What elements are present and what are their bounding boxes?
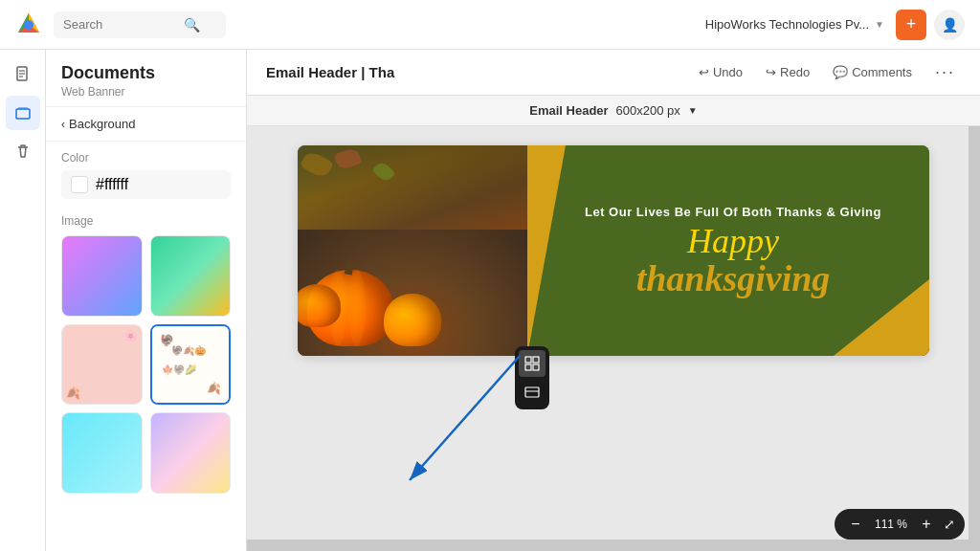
color-picker-row[interactable]: #ffffff [61,170,231,199]
more-options-button[interactable]: ··· [929,58,961,86]
comments-icon: 💬 [833,65,848,79]
topbar-actions: + 👤 [896,10,965,40]
image-label: Image [61,214,231,228]
zoom-in-button[interactable]: + [915,513,938,536]
zoom-expand-button[interactable]: ⤢ [944,517,955,532]
doc-title: Email Header | Tha [266,64,394,80]
banner-happy-text: Happy [566,223,901,261]
sidebar-top: Documents Web Banner [46,50,246,107]
svg-rect-9 [525,364,531,370]
canvas-size-name: Email Header [529,103,608,118]
color-hex-value: #ffffff [96,176,128,193]
sidebar-subtitle: Web Banner [61,85,231,99]
doc-actions: ↩ Undo ↪ Redo 💬 Comments ··· [693,58,961,86]
svg-rect-7 [525,357,531,363]
canvas-dimensions: 600x200 px [616,103,680,118]
app-logo[interactable] [15,11,42,38]
document-icon-btn[interactable] [6,57,40,92]
sidebar-back-button[interactable]: ‹ Background [46,107,246,142]
image-thumb-5[interactable] [61,412,143,494]
image-thumb-6[interactable] [150,412,232,494]
image-thumb-3[interactable] [61,324,143,406]
chevron-down-icon: ▼ [875,19,884,30]
trash-icon-btn[interactable] [6,134,40,168]
avatar-button[interactable]: 👤 [934,10,965,40]
zoom-level-display: 111 % [871,518,911,531]
sidebar: Documents Web Banner ‹ Background Color … [46,50,247,551]
add-button[interactable]: + [896,10,926,40]
search-input[interactable] [63,17,178,32]
canvas-area: Email Header | Tha ↩ Undo ↪ Redo 💬 Comme… [247,50,980,551]
color-label: Color [61,151,231,165]
redo-button[interactable]: ↪ Redo [760,61,815,83]
canvas-viewport[interactable]: Let Our Lives Be Full Of Both Thanks & G… [247,126,980,551]
sidebar-back-label: Background [69,117,135,131]
component-layout-btn[interactable] [519,379,546,406]
canvas-toolbar: Email Header 600x200 px ▼ [247,96,980,126]
svg-rect-6 [18,107,28,109]
image-grid: 🦃🍂🎃 🍁🦃🌽 [46,235,246,494]
search-box[interactable]: 🔍 [54,11,226,38]
banner-canvas: Let Our Lives Be Full Of Both Thanks & G… [298,145,929,356]
color-swatch [71,176,88,193]
back-arrow-icon: ‹ [61,118,65,131]
svg-line-14 [410,356,520,480]
banner-photo [298,145,527,356]
image-thumb-4[interactable]: 🦃🍂🎃 🍁🦃🌽 [150,324,232,406]
zoom-bar: − 111 % + ⤢ [835,509,965,540]
svg-rect-10 [533,364,539,370]
svg-rect-8 [533,357,539,363]
undo-button[interactable]: ↩ Undo [693,61,748,83]
undo-icon: ↩ [699,65,709,79]
more-icon: ··· [935,62,955,82]
banner-tagline: Let Our Lives Be Full Of Both Thanks & G… [566,205,901,219]
sidebar-title: Documents [61,63,231,83]
svg-rect-11 [525,387,539,397]
search-icon: 🔍 [184,17,200,33]
company-selector[interactable]: HipoWorks Technologies Pv... ▼ [705,17,884,32]
banner-thanksgiving-text: thanksgiving [566,260,901,297]
image-thumb-2[interactable] [150,235,232,317]
comments-button[interactable]: 💬 Comments [827,61,918,83]
main-layout: Documents Web Banner ‹ Background Color … [0,50,980,551]
canvas-size-chevron: ▼ [688,105,698,116]
icon-bar [0,50,46,551]
svg-rect-5 [16,109,30,119]
image-thumb-1[interactable] [61,235,143,317]
topbar: 🔍 HipoWorks Technologies Pv... ▼ + 👤 [0,0,980,50]
company-name: HipoWorks Technologies Pv... [705,17,869,32]
canvas-size-selector[interactable]: Email Header 600x200 px ▼ [529,103,698,118]
vertical-scrollbar[interactable] [969,126,980,551]
grid-layout-btn[interactable] [519,350,546,377]
doc-header: Email Header | Tha ↩ Undo ↪ Redo 💬 Comme… [247,50,980,96]
zoom-out-button[interactable]: − [844,513,867,536]
color-section: Color #ffffff [46,142,246,214]
banner-text-area: Let Our Lives Be Full Of Both Thanks & G… [527,145,929,356]
redo-icon: ↪ [766,65,776,79]
svg-point-0 [24,20,33,30]
layout-tools [515,346,549,409]
horizontal-scrollbar[interactable] [247,540,980,551]
layers-icon-btn[interactable] [6,96,40,130]
